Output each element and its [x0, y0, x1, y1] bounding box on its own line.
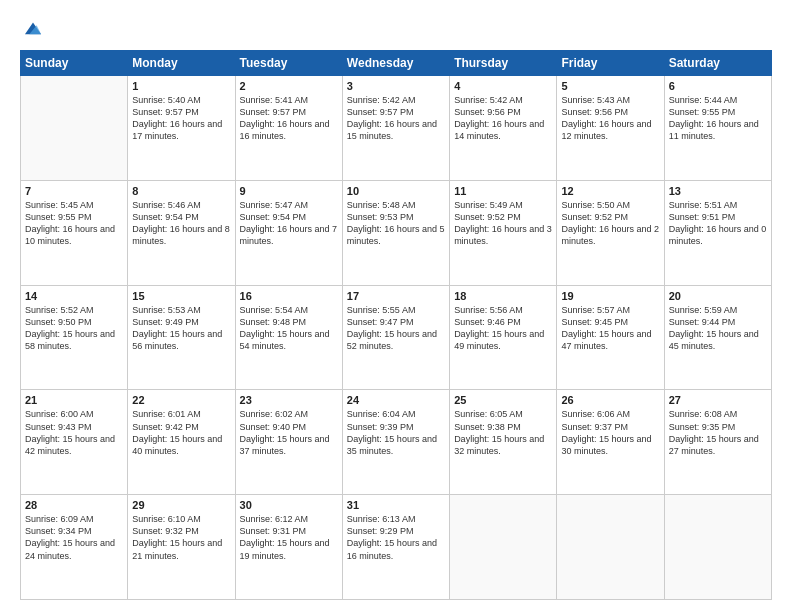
weekday-header-friday: Friday	[557, 51, 664, 76]
day-info: Sunrise: 5:49 AMSunset: 9:52 PMDaylight:…	[454, 199, 552, 248]
day-number: 24	[347, 394, 445, 406]
logo	[20, 18, 44, 40]
day-number: 23	[240, 394, 338, 406]
calendar-cell: 7Sunrise: 5:45 AMSunset: 9:55 PMDaylight…	[21, 180, 128, 285]
week-row-4: 21Sunrise: 6:00 AMSunset: 9:43 PMDayligh…	[21, 390, 772, 495]
calendar-cell: 18Sunrise: 5:56 AMSunset: 9:46 PMDayligh…	[450, 285, 557, 390]
logo-icon	[22, 18, 44, 40]
weekday-header-sunday: Sunday	[21, 51, 128, 76]
day-info: Sunrise: 6:08 AMSunset: 9:35 PMDaylight:…	[669, 408, 767, 457]
day-number: 9	[240, 185, 338, 197]
calendar-cell: 1Sunrise: 5:40 AMSunset: 9:57 PMDaylight…	[128, 76, 235, 181]
day-number: 22	[132, 394, 230, 406]
calendar-cell: 13Sunrise: 5:51 AMSunset: 9:51 PMDayligh…	[664, 180, 771, 285]
calendar-cell: 29Sunrise: 6:10 AMSunset: 9:32 PMDayligh…	[128, 495, 235, 600]
week-row-2: 7Sunrise: 5:45 AMSunset: 9:55 PMDaylight…	[21, 180, 772, 285]
day-number: 26	[561, 394, 659, 406]
calendar-cell: 21Sunrise: 6:00 AMSunset: 9:43 PMDayligh…	[21, 390, 128, 495]
day-info: Sunrise: 6:06 AMSunset: 9:37 PMDaylight:…	[561, 408, 659, 457]
day-info: Sunrise: 6:13 AMSunset: 9:29 PMDaylight:…	[347, 513, 445, 562]
weekday-header-saturday: Saturday	[664, 51, 771, 76]
day-info: Sunrise: 6:04 AMSunset: 9:39 PMDaylight:…	[347, 408, 445, 457]
day-number: 25	[454, 394, 552, 406]
day-number: 4	[454, 80, 552, 92]
calendar-cell: 6Sunrise: 5:44 AMSunset: 9:55 PMDaylight…	[664, 76, 771, 181]
week-row-3: 14Sunrise: 5:52 AMSunset: 9:50 PMDayligh…	[21, 285, 772, 390]
day-info: Sunrise: 6:09 AMSunset: 9:34 PMDaylight:…	[25, 513, 123, 562]
week-row-1: 1Sunrise: 5:40 AMSunset: 9:57 PMDaylight…	[21, 76, 772, 181]
day-number: 15	[132, 290, 230, 302]
calendar-cell: 28Sunrise: 6:09 AMSunset: 9:34 PMDayligh…	[21, 495, 128, 600]
day-number: 17	[347, 290, 445, 302]
day-number: 8	[132, 185, 230, 197]
day-number: 12	[561, 185, 659, 197]
day-info: Sunrise: 6:01 AMSunset: 9:42 PMDaylight:…	[132, 408, 230, 457]
day-number: 7	[25, 185, 123, 197]
calendar-cell	[664, 495, 771, 600]
weekday-header-wednesday: Wednesday	[342, 51, 449, 76]
day-number: 31	[347, 499, 445, 511]
day-info: Sunrise: 5:56 AMSunset: 9:46 PMDaylight:…	[454, 304, 552, 353]
day-info: Sunrise: 5:42 AMSunset: 9:57 PMDaylight:…	[347, 94, 445, 143]
week-row-5: 28Sunrise: 6:09 AMSunset: 9:34 PMDayligh…	[21, 495, 772, 600]
calendar-cell: 9Sunrise: 5:47 AMSunset: 9:54 PMDaylight…	[235, 180, 342, 285]
day-info: Sunrise: 5:54 AMSunset: 9:48 PMDaylight:…	[240, 304, 338, 353]
day-info: Sunrise: 5:44 AMSunset: 9:55 PMDaylight:…	[669, 94, 767, 143]
day-info: Sunrise: 6:10 AMSunset: 9:32 PMDaylight:…	[132, 513, 230, 562]
weekday-header-thursday: Thursday	[450, 51, 557, 76]
calendar-cell: 31Sunrise: 6:13 AMSunset: 9:29 PMDayligh…	[342, 495, 449, 600]
day-info: Sunrise: 6:00 AMSunset: 9:43 PMDaylight:…	[25, 408, 123, 457]
calendar-cell: 8Sunrise: 5:46 AMSunset: 9:54 PMDaylight…	[128, 180, 235, 285]
calendar-cell: 15Sunrise: 5:53 AMSunset: 9:49 PMDayligh…	[128, 285, 235, 390]
calendar-cell: 19Sunrise: 5:57 AMSunset: 9:45 PMDayligh…	[557, 285, 664, 390]
day-number: 27	[669, 394, 767, 406]
calendar-cell: 10Sunrise: 5:48 AMSunset: 9:53 PMDayligh…	[342, 180, 449, 285]
day-number: 10	[347, 185, 445, 197]
day-number: 21	[25, 394, 123, 406]
day-number: 13	[669, 185, 767, 197]
header	[20, 18, 772, 40]
weekday-header-monday: Monday	[128, 51, 235, 76]
day-info: Sunrise: 6:02 AMSunset: 9:40 PMDaylight:…	[240, 408, 338, 457]
page: SundayMondayTuesdayWednesdayThursdayFrid…	[0, 0, 792, 612]
calendar-cell: 25Sunrise: 6:05 AMSunset: 9:38 PMDayligh…	[450, 390, 557, 495]
calendar-cell: 20Sunrise: 5:59 AMSunset: 9:44 PMDayligh…	[664, 285, 771, 390]
calendar-table: SundayMondayTuesdayWednesdayThursdayFrid…	[20, 50, 772, 600]
day-info: Sunrise: 5:55 AMSunset: 9:47 PMDaylight:…	[347, 304, 445, 353]
day-number: 1	[132, 80, 230, 92]
day-number: 28	[25, 499, 123, 511]
calendar-cell: 24Sunrise: 6:04 AMSunset: 9:39 PMDayligh…	[342, 390, 449, 495]
day-info: Sunrise: 6:05 AMSunset: 9:38 PMDaylight:…	[454, 408, 552, 457]
day-info: Sunrise: 5:59 AMSunset: 9:44 PMDaylight:…	[669, 304, 767, 353]
calendar-cell	[450, 495, 557, 600]
calendar-cell: 23Sunrise: 6:02 AMSunset: 9:40 PMDayligh…	[235, 390, 342, 495]
day-number: 2	[240, 80, 338, 92]
day-info: Sunrise: 5:41 AMSunset: 9:57 PMDaylight:…	[240, 94, 338, 143]
day-number: 16	[240, 290, 338, 302]
day-number: 11	[454, 185, 552, 197]
calendar-cell: 3Sunrise: 5:42 AMSunset: 9:57 PMDaylight…	[342, 76, 449, 181]
calendar-cell	[21, 76, 128, 181]
day-info: Sunrise: 5:57 AMSunset: 9:45 PMDaylight:…	[561, 304, 659, 353]
weekday-header-row: SundayMondayTuesdayWednesdayThursdayFrid…	[21, 51, 772, 76]
calendar-cell: 4Sunrise: 5:42 AMSunset: 9:56 PMDaylight…	[450, 76, 557, 181]
calendar-cell: 17Sunrise: 5:55 AMSunset: 9:47 PMDayligh…	[342, 285, 449, 390]
day-number: 14	[25, 290, 123, 302]
calendar-cell: 14Sunrise: 5:52 AMSunset: 9:50 PMDayligh…	[21, 285, 128, 390]
calendar-cell: 11Sunrise: 5:49 AMSunset: 9:52 PMDayligh…	[450, 180, 557, 285]
day-number: 3	[347, 80, 445, 92]
calendar-cell: 27Sunrise: 6:08 AMSunset: 9:35 PMDayligh…	[664, 390, 771, 495]
day-info: Sunrise: 5:53 AMSunset: 9:49 PMDaylight:…	[132, 304, 230, 353]
calendar-cell: 5Sunrise: 5:43 AMSunset: 9:56 PMDaylight…	[557, 76, 664, 181]
day-info: Sunrise: 5:40 AMSunset: 9:57 PMDaylight:…	[132, 94, 230, 143]
day-info: Sunrise: 5:46 AMSunset: 9:54 PMDaylight:…	[132, 199, 230, 248]
calendar-cell: 12Sunrise: 5:50 AMSunset: 9:52 PMDayligh…	[557, 180, 664, 285]
calendar-cell: 26Sunrise: 6:06 AMSunset: 9:37 PMDayligh…	[557, 390, 664, 495]
day-info: Sunrise: 5:47 AMSunset: 9:54 PMDaylight:…	[240, 199, 338, 248]
day-info: Sunrise: 6:12 AMSunset: 9:31 PMDaylight:…	[240, 513, 338, 562]
day-info: Sunrise: 5:48 AMSunset: 9:53 PMDaylight:…	[347, 199, 445, 248]
day-info: Sunrise: 5:51 AMSunset: 9:51 PMDaylight:…	[669, 199, 767, 248]
day-info: Sunrise: 5:52 AMSunset: 9:50 PMDaylight:…	[25, 304, 123, 353]
day-number: 20	[669, 290, 767, 302]
day-number: 19	[561, 290, 659, 302]
